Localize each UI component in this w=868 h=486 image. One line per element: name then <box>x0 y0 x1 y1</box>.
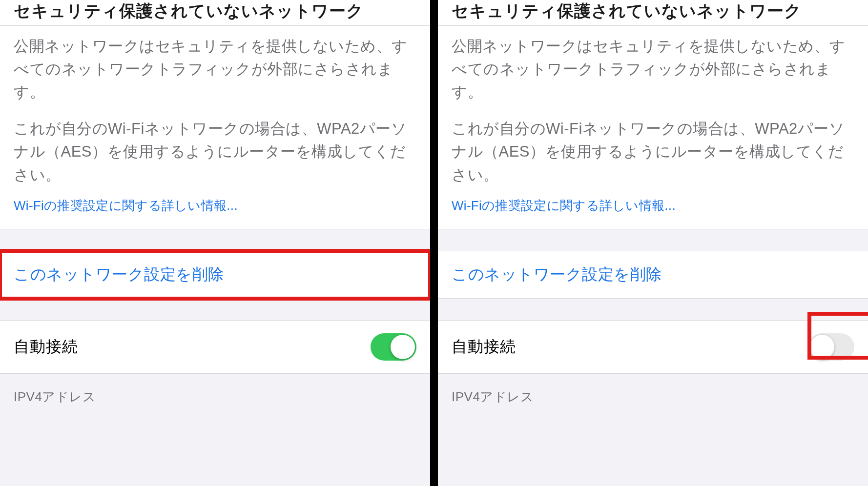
section-gap <box>0 229 430 251</box>
page-title-partial: セキュリティ保護されていないネットワーク <box>438 0 868 26</box>
forget-network-cell[interactable]: このネットワーク設定を削除 <box>0 251 430 299</box>
toggle-knob <box>810 335 834 359</box>
ipv4-section-header: IPV4アドレス <box>438 374 868 405</box>
side-by-side-container: セキュリティ保護されていないネットワーク 公開ネットワークはセキュリティを提供し… <box>0 0 868 486</box>
auto-join-cell[interactable]: 自動接続 <box>438 320 868 374</box>
auto-join-toggle[interactable] <box>808 333 854 361</box>
info-paragraph-2: これが自分のWi-Fiネットワークの場合は、WPA2パーソナル（AES）を使用す… <box>14 117 416 186</box>
info-paragraph-1: 公開ネットワークはセキュリティを提供しないため、すべてのネットワークトラフィック… <box>452 35 854 103</box>
security-info-section: 公開ネットワークはセキュリティを提供しないため、すべてのネットワークトラフィック… <box>438 26 868 229</box>
wifi-recommended-settings-link[interactable]: Wi-Fiの推奨設定に関する詳しい情報... <box>452 198 676 213</box>
info-paragraph-1: 公開ネットワークはセキュリティを提供しないため、すべてのネットワークトラフィック… <box>14 35 416 103</box>
security-info-text: 公開ネットワークはセキュリティを提供しないため、すべてのネットワークトラフィック… <box>452 35 854 186</box>
forget-network-highlight-wrap: このネットワーク設定を削除 <box>0 251 430 299</box>
info-paragraph-2: これが自分のWi-Fiネットワークの場合は、WPA2パーソナル（AES）を使用す… <box>452 117 854 186</box>
security-info-text: 公開ネットワークはセキュリティを提供しないため、すべてのネットワークトラフィック… <box>14 35 416 186</box>
security-info-section: 公開ネットワークはセキュリティを提供しないため、すべてのネットワークトラフィック… <box>0 26 430 229</box>
auto-join-label: 自動接続 <box>14 336 78 358</box>
section-gap <box>438 299 868 320</box>
section-gap <box>438 229 868 251</box>
panel-divider <box>430 0 438 486</box>
panel-left: セキュリティ保護されていないネットワーク 公開ネットワークはセキュリティを提供し… <box>0 0 430 486</box>
auto-join-cell[interactable]: 自動接続 <box>0 320 430 374</box>
panel-right: セキュリティ保護されていないネットワーク 公開ネットワークはセキュリティを提供し… <box>438 0 868 486</box>
auto-join-label: 自動接続 <box>452 336 516 358</box>
auto-join-toggle[interactable] <box>371 333 416 361</box>
section-gap <box>0 299 430 320</box>
ipv4-section-header: IPV4アドレス <box>0 374 430 405</box>
forget-network-label: このネットワーク設定を削除 <box>452 264 662 285</box>
wifi-recommended-settings-link[interactable]: Wi-Fiの推奨設定に関する詳しい情報... <box>14 198 238 213</box>
page-title-partial: セキュリティ保護されていないネットワーク <box>0 0 430 26</box>
forget-network-cell[interactable]: このネットワーク設定を削除 <box>438 251 868 299</box>
forget-network-label: このネットワーク設定を削除 <box>14 264 224 285</box>
toggle-knob <box>391 335 415 359</box>
